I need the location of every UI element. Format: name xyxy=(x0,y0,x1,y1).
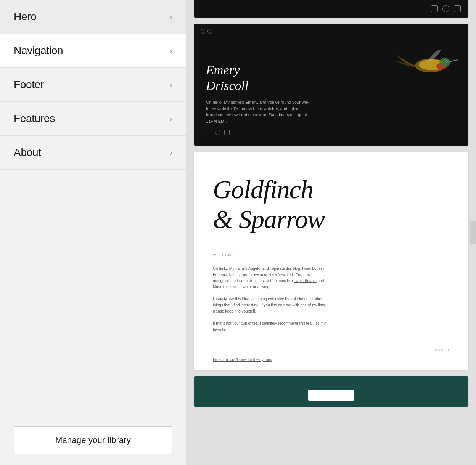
posts-section: POSTS Birds that don't care for their yo… xyxy=(194,348,468,370)
teal-card-button-placeholder xyxy=(308,390,354,401)
eagle-beagle-link[interactable]: Eagle Beagle xyxy=(294,279,317,283)
chevron-icon-hero: › xyxy=(170,13,172,21)
mourning-dive-link[interactable]: Mourning Dive xyxy=(213,285,237,289)
teal-card-body xyxy=(194,376,468,407)
sidebar-item-label-navigation: Navigation xyxy=(14,45,63,57)
sidebar-navigation: Hero › Navigation › Footer › Features › … xyxy=(0,0,186,415)
preview-card-emery: Emery Driscoll Oh hello. My name's Emery… xyxy=(194,24,468,146)
main-preview-panel: Emery Driscoll Oh hello. My name's Emery… xyxy=(186,0,476,465)
goldfinch-body: WELCOME Oh hello. My name's Angelo, and … xyxy=(194,245,468,348)
posts-line-left xyxy=(213,350,427,350)
twitter-icon xyxy=(442,5,449,12)
emery-bio: Oh hello. My name's Emery, and you've fo… xyxy=(206,99,313,124)
welcome-divider xyxy=(213,260,327,260)
sidebar-item-hero[interactable]: Hero › xyxy=(0,0,186,34)
manage-library-button[interactable]: Manage your library xyxy=(14,426,172,454)
wordpress-icon xyxy=(431,5,438,12)
chevron-icon-footer: › xyxy=(170,80,172,89)
post-1-link[interactable]: Birds that don't care for their young xyxy=(213,358,272,362)
posts-right-section xyxy=(335,253,449,333)
sidebar: Hero › Navigation › Footer › Features › … xyxy=(0,0,186,465)
posts-divider-row: POSTS xyxy=(213,348,449,352)
welcome-section: WELCOME Oh hello. My name's Angelo, and … xyxy=(213,253,327,333)
emery-bird-illustration xyxy=(392,39,461,85)
emery-card-body: Emery Driscoll Oh hello. My name's Emery… xyxy=(194,24,468,146)
dot-2 xyxy=(207,29,212,34)
sidebar-footer: Manage your library xyxy=(0,415,186,465)
welcome-label: WELCOME xyxy=(213,253,327,257)
scroll-handle[interactable] xyxy=(470,221,476,244)
posts-label: POSTS xyxy=(435,348,449,352)
svg-line-4 xyxy=(449,60,458,62)
chevron-icon-features: › xyxy=(170,114,172,123)
emery-dots xyxy=(201,29,212,34)
sidebar-item-label-about: About xyxy=(14,146,41,159)
tea-link[interactable]: I definitely recommend this tea xyxy=(260,321,312,326)
emery-wordpress-icon xyxy=(206,130,211,135)
preview-card-top-partial xyxy=(194,0,468,18)
sidebar-item-label-features: Features xyxy=(14,112,55,125)
sidebar-item-features[interactable]: Features › xyxy=(0,102,186,136)
goldfinch-header: Goldfinch & Sparrow xyxy=(194,152,468,245)
emery-twitter-icon xyxy=(215,130,220,135)
instagram-icon xyxy=(454,5,461,12)
preview-card-teal xyxy=(194,376,468,407)
emery-instagram-icon xyxy=(224,130,230,135)
sidebar-item-label-hero: Hero xyxy=(14,11,37,23)
sidebar-item-about[interactable]: About › xyxy=(0,136,186,170)
chevron-icon-navigation: › xyxy=(170,46,172,55)
emery-socials xyxy=(206,130,456,135)
svg-point-3 xyxy=(439,58,450,67)
sidebar-item-footer[interactable]: Footer › xyxy=(0,68,186,102)
dot-1 xyxy=(201,29,205,34)
card-top-bar xyxy=(194,0,468,18)
goldfinch-card-body: Goldfinch & Sparrow WELCOME Oh hello. My… xyxy=(194,152,468,370)
preview-card-goldfinch: Goldfinch & Sparrow WELCOME Oh hello. My… xyxy=(194,152,468,370)
chevron-icon-about: › xyxy=(170,148,172,157)
svg-point-6 xyxy=(446,61,447,62)
welcome-text: Oh hello. My name's Angelo, and I operat… xyxy=(213,266,327,333)
sidebar-item-navigation[interactable]: Navigation › xyxy=(0,34,186,68)
goldfinch-title: Goldfinch & Sparrow xyxy=(213,175,449,234)
sidebar-item-label-footer: Footer xyxy=(14,79,44,91)
